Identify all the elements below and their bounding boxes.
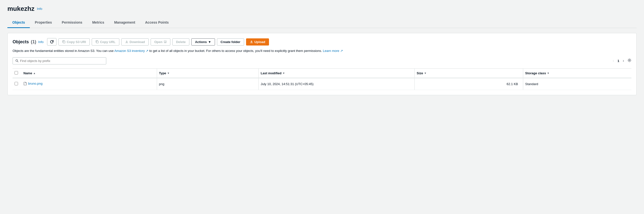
page-number: 1 — [617, 59, 619, 63]
page-wrapper: mukezhz Info Objects Properties Permissi… — [0, 0, 644, 214]
bucket-title: mukezhz Info — [8, 5, 636, 12]
upload-icon — [250, 40, 253, 44]
gear-icon — [628, 58, 632, 62]
row-checkbox[interactable] — [14, 82, 18, 85]
tab-access-points[interactable]: Access Points — [140, 17, 174, 28]
tab-permissions[interactable]: Permissions — [57, 17, 87, 28]
sort-type-icon: ▼ — [167, 72, 170, 75]
external-link-icon — [164, 40, 167, 43]
pagination-controls: ‹ 1 › — [611, 58, 632, 63]
objects-table: Name ▲ Type ▼ Last modifie — [12, 68, 632, 90]
search-input[interactable] — [20, 59, 104, 63]
delete-button[interactable]: Delete — [172, 38, 189, 45]
copy-url-button[interactable]: Copy URL — [92, 38, 119, 45]
row-type-cell: png — [157, 78, 259, 90]
bucket-info-link[interactable]: Info — [37, 7, 42, 10]
tab-objects[interactable]: Objects — [8, 17, 30, 28]
toolbar: Objects (1) Info Copy S3 URI — [12, 38, 632, 45]
upload-button[interactable]: Upload — [246, 38, 269, 45]
objects-description: Objects are the fundamental entities sto… — [12, 48, 632, 53]
select-all-header — [12, 68, 22, 78]
search-wrapper[interactable] — [12, 57, 106, 64]
create-folder-button[interactable]: Create folder — [217, 38, 244, 45]
sort-name-icon: ▲ — [33, 72, 36, 75]
download-button[interactable]: Download — [121, 38, 149, 45]
objects-heading: Objects (1) Info — [12, 39, 44, 45]
svg-rect-0 — [63, 41, 65, 43]
row-storage-cell: Standard — [523, 78, 632, 90]
open-button[interactable]: Open — [151, 38, 170, 45]
search-row: ‹ 1 › — [12, 57, 632, 64]
bucket-name: mukezhz — [8, 5, 34, 12]
objects-info-link[interactable]: Info — [38, 40, 44, 44]
copy-s3-uri-button[interactable]: Copy S3 URI — [58, 38, 90, 45]
row-name-cell: bruno.png — [22, 78, 157, 90]
col-header-size[interactable]: Size ▼ — [415, 68, 523, 78]
next-page-button[interactable]: › — [621, 58, 626, 63]
select-all-checkbox[interactable] — [14, 71, 18, 75]
download-icon — [125, 40, 128, 44]
chevron-down-icon: ▼ — [208, 40, 211, 44]
svg-rect-1 — [96, 41, 98, 43]
refresh-icon — [50, 40, 54, 44]
row-size-cell: 62.1 KB — [415, 78, 523, 90]
copy-icon — [62, 40, 66, 44]
refresh-button[interactable] — [47, 38, 56, 45]
tab-properties[interactable]: Properties — [30, 17, 57, 28]
file-icon — [24, 82, 27, 86]
sort-size-icon: ▼ — [424, 72, 426, 75]
prev-page-button[interactable]: ‹ — [611, 58, 616, 63]
tab-metrics[interactable]: Metrics — [87, 17, 109, 28]
table-row: bruno.png png July 10, 2024, 14:51:31 (U… — [12, 78, 632, 90]
col-header-storage[interactable]: Storage class ▼ — [523, 68, 632, 78]
svg-point-2 — [16, 60, 18, 62]
col-header-name[interactable]: Name ▲ — [22, 68, 157, 78]
table-body: bruno.png png July 10, 2024, 14:51:31 (U… — [12, 78, 632, 90]
sort-storage-icon: ▼ — [547, 72, 550, 75]
svg-point-3 — [629, 60, 630, 61]
table-settings-button[interactable] — [628, 58, 632, 63]
col-header-modified[interactable]: Last modified ▼ — [259, 68, 414, 78]
learn-more-link[interactable]: Learn more ↗ — [323, 49, 343, 53]
row-checkbox-cell — [12, 78, 22, 90]
search-icon — [15, 59, 18, 62]
objects-card: Objects (1) Info Copy S3 URI — [8, 33, 636, 95]
copy-url-icon — [96, 40, 99, 44]
tab-management[interactable]: Management — [109, 17, 140, 28]
sort-modified-icon: ▼ — [282, 72, 285, 75]
objects-count: (1) — [31, 39, 36, 45]
row-modified-cell: July 10, 2024, 14:51:31 (UTC+05:45) — [259, 78, 414, 90]
file-link[interactable]: bruno.png — [24, 82, 43, 86]
actions-button[interactable]: Actions ▼ — [191, 38, 215, 45]
objects-title: Objects — [12, 39, 29, 45]
tabs-bar: Objects Properties Permissions Metrics M… — [8, 17, 636, 28]
col-header-type[interactable]: Type ▼ — [157, 68, 259, 78]
inventory-link[interactable]: Amazon S3 inventory ↗ — [114, 49, 148, 53]
